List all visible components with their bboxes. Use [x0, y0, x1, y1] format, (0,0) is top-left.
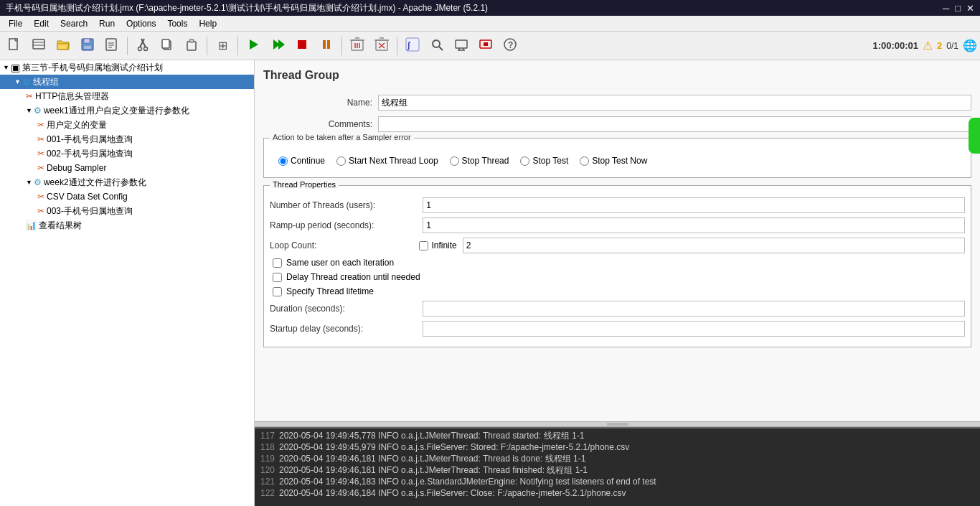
- svg-point-14: [144, 47, 148, 51]
- clear-all-button[interactable]: [370, 34, 393, 57]
- expand-arrow-thread[interactable]: ▼: [14, 78, 21, 85]
- clear-button[interactable]: [346, 34, 369, 57]
- thread-props-section: Thread Properties Number of Threads (use…: [263, 185, 971, 347]
- log-text-119: 2020-05-04 19:49:46,181 INFO o.a.j.t.JMe…: [279, 453, 585, 464]
- thread-icon: ⚙: [22, 77, 31, 88]
- specify-lifetime-checkbox[interactable]: [273, 287, 282, 296]
- same-user-checkbox[interactable]: [273, 258, 282, 268]
- delay-thread-checkbox[interactable]: [273, 273, 282, 282]
- expand-arrow-week1[interactable]: ▼: [26, 107, 32, 114]
- debug-icon: ✂: [37, 163, 44, 173]
- name-input[interactable]: [378, 95, 971, 111]
- svg-rect-6: [84, 46, 91, 49]
- radio-start-next[interactable]: Start Next Thread Loop: [336, 156, 438, 166]
- radio-start-next-input[interactable]: [336, 156, 346, 166]
- log-splitter[interactable]: [255, 421, 980, 427]
- save-as-icon: [105, 37, 119, 54]
- stop-wait-button[interactable]: [315, 34, 338, 57]
- menu-edit[interactable]: Edit: [28, 17, 55, 30]
- radio-continue-input[interactable]: [278, 156, 288, 166]
- maximize-button[interactable]: □: [955, 3, 961, 14]
- search-button[interactable]: [425, 34, 448, 57]
- open-button[interactable]: [52, 34, 75, 57]
- loop-count-input[interactable]: [463, 238, 965, 253]
- tree-item-week2[interactable]: ▼ ⚙ week2通过文件进行参数化: [0, 175, 254, 189]
- close-button[interactable]: ✕: [966, 3, 974, 14]
- start-button[interactable]: [242, 34, 265, 57]
- toolbar: ⊞ ∫: [0, 32, 980, 60]
- tree-item-csv-config[interactable]: ✂ CSV Data Set Config: [0, 189, 254, 204]
- tree-panel: ▼ ▣ 第三节-手机号码归属地测试介绍计划 ▼ ⚙ 线程组 ✂ HTTP信息头管…: [0, 60, 255, 506]
- minimize-button[interactable]: ─: [943, 3, 949, 14]
- radio-stop-test-now[interactable]: Stop Test Now: [580, 156, 647, 166]
- stop-button[interactable]: [291, 34, 314, 57]
- function-button[interactable]: ∫: [401, 34, 424, 57]
- ramp-up-input[interactable]: [423, 217, 965, 233]
- menu-options[interactable]: Options: [121, 17, 161, 30]
- paste-button[interactable]: [180, 34, 203, 57]
- tree-item-thread-group[interactable]: ▼ ⚙ 线程组: [0, 75, 254, 89]
- svg-rect-1: [33, 39, 44, 49]
- expand-button[interactable]: ⊞: [211, 34, 234, 57]
- tree-item-003-query[interactable]: ✂ 003-手机号归属地查询: [0, 204, 254, 218]
- save-as-button[interactable]: [100, 34, 123, 57]
- menu-file[interactable]: File: [3, 17, 28, 30]
- toolbar-separator-5: [397, 37, 397, 55]
- log-panel: 117 2020-05-04 19:49:45,778 INFO o.a.j.t…: [255, 427, 980, 506]
- log-num-120: 120: [258, 464, 279, 476]
- menu-search[interactable]: Search: [55, 17, 93, 30]
- expand-arrow-root[interactable]: ▼: [3, 64, 9, 71]
- warn-count: 2: [937, 40, 942, 51]
- radio-continue-label: Continue: [291, 156, 325, 166]
- tree-item-week1[interactable]: ▼ ⚙ week1通过用户自定义变量进行参数化: [0, 103, 254, 118]
- remote-start-button[interactable]: [450, 34, 473, 57]
- tree-label-http-header: HTTP信息头管理器: [35, 90, 109, 103]
- num-threads-input[interactable]: [423, 197, 965, 213]
- help-icon: ?: [503, 37, 517, 54]
- menu-run[interactable]: Run: [93, 17, 121, 30]
- start-no-pause-button[interactable]: [266, 34, 289, 57]
- tree-label-thread: 线程组: [33, 76, 59, 88]
- name-label: Name:: [263, 98, 378, 108]
- radio-stop-test-now-input[interactable]: [580, 156, 589, 166]
- startup-delay-input[interactable]: [423, 321, 965, 337]
- svg-rect-22: [298, 40, 306, 49]
- expand-arrow-week2[interactable]: ▼: [26, 179, 32, 186]
- radio-stop-thread[interactable]: Stop Thread: [450, 156, 509, 166]
- svg-marker-21: [278, 39, 285, 50]
- csv-icon: ✂: [37, 192, 44, 202]
- help-button[interactable]: ?: [499, 34, 522, 57]
- title-bar: 手机号码归属地测试介绍计划.jmx (F:\apache-jmeter-5.2.…: [0, 0, 980, 16]
- log-num-121: 121: [258, 476, 279, 487]
- template-button[interactable]: [27, 34, 50, 57]
- tree-item-root[interactable]: ▼ ▣ 第三节-手机号码归属地测试介绍计划: [0, 60, 254, 75]
- copy-button[interactable]: [156, 34, 179, 57]
- radio-continue[interactable]: Continue: [278, 156, 325, 166]
- right-panel: Thread Group Name: Comments: Action to b…: [255, 60, 980, 506]
- svg-rect-24: [327, 40, 330, 49]
- save-icon: [80, 37, 95, 54]
- infinite-checkbox[interactable]: [419, 241, 428, 250]
- radio-stop-test[interactable]: Stop Test: [520, 156, 568, 166]
- tree-item-001-query[interactable]: ✂ 001-手机号归属地查询: [0, 132, 254, 146]
- new-button[interactable]: [3, 34, 26, 57]
- menu-tools[interactable]: Tools: [161, 17, 193, 30]
- save-button[interactable]: [76, 34, 99, 57]
- tree-item-results[interactable]: 📊 查看结果树: [0, 218, 254, 233]
- cut-button[interactable]: [131, 34, 154, 57]
- tree-item-002-query[interactable]: ✂ 002-手机号归属地查询: [0, 146, 254, 161]
- tree-item-http-header[interactable]: ✂ HTTP信息头管理器: [0, 89, 254, 103]
- tree-item-debug[interactable]: ✂ Debug Sampler: [0, 161, 254, 175]
- comments-input[interactable]: [378, 116, 971, 132]
- startup-delay-row: Startup delay (seconds):: [270, 321, 965, 337]
- stop-wait-icon: [319, 37, 334, 54]
- radio-stop-thread-input[interactable]: [450, 156, 459, 166]
- tree-item-user-vars[interactable]: ✂ 用户定义的变量: [0, 118, 254, 132]
- menu-help[interactable]: Help: [193, 17, 222, 30]
- var-icon: ✂: [37, 120, 44, 130]
- action-section: Action to be taken after a Sampler error…: [263, 138, 971, 178]
- duration-input[interactable]: [423, 301, 965, 317]
- radio-stop-test-input[interactable]: [520, 156, 529, 166]
- remote-stop-button[interactable]: [474, 34, 497, 57]
- ramp-up-row: Ramp-up period (seconds):: [270, 217, 965, 233]
